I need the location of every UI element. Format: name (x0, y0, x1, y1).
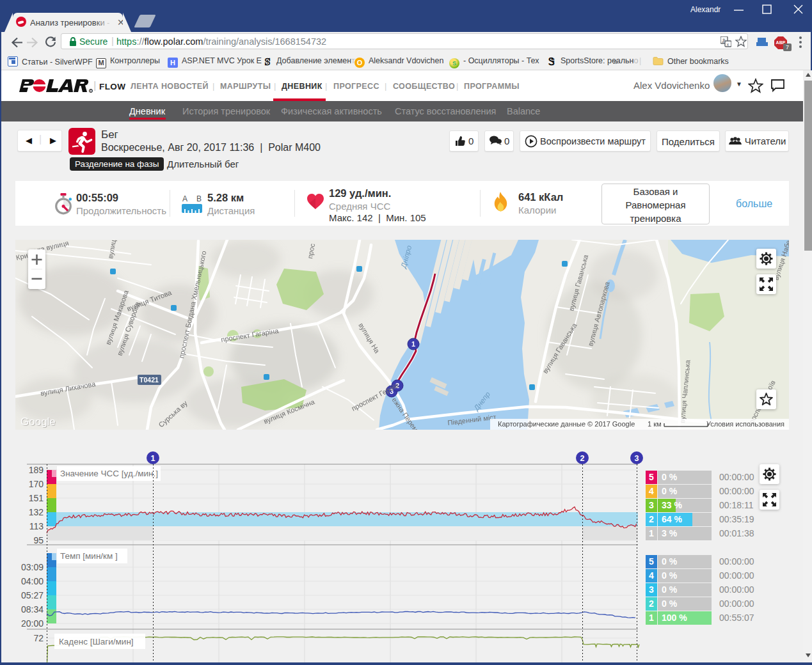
svg-text:0 %: 0 % (662, 486, 678, 496)
svg-text:1 км: 1 км (648, 420, 662, 428)
svg-text:00:00:00: 00:00:00 (719, 472, 754, 482)
svg-text:Картографические данные © 2017: Картографические данные © 2017 Google (498, 420, 635, 428)
svg-text:64 %: 64 % (662, 514, 682, 524)
svg-text:0 %: 0 % (662, 598, 678, 609)
svg-text:Значение ЧСС [уд./мин.]: Значение ЧСС [уд./мин.] (60, 469, 158, 478)
svg-text:0 %: 0 % (662, 556, 678, 567)
svg-text:4: 4 (649, 570, 654, 581)
svg-text:00:01:38: 00:01:38 (719, 528, 754, 538)
svg-text:Т0421: Т0421 (139, 376, 159, 384)
svg-text:1: 1 (649, 528, 654, 538)
svg-text:0 %: 0 % (662, 570, 678, 581)
svg-text:Темп [мин/км ]: Темп [мин/км ] (60, 551, 118, 561)
svg-text:72: 72 (33, 633, 44, 643)
svg-text:151: 151 (29, 493, 44, 503)
svg-text:113: 113 (29, 521, 44, 531)
svg-text:00:00:00: 00:00:00 (719, 556, 754, 567)
svg-text:00:00:00: 00:00:00 (719, 598, 754, 609)
svg-text:20:00: 20:00 (21, 618, 44, 629)
svg-text:03:09: 03:09 (21, 562, 44, 572)
svg-text:Условия использования: Условия использования (706, 420, 784, 428)
svg-text:189: 189 (29, 465, 44, 475)
svg-text:00:55:07: 00:55:07 (719, 613, 754, 623)
svg-text:3 %: 3 % (662, 528, 678, 538)
svg-text:100 %: 100 % (662, 613, 687, 623)
svg-text:00:00:00: 00:00:00 (719, 486, 754, 496)
svg-text:00:35:19: 00:35:19 (719, 514, 754, 524)
svg-text:33 %: 33 % (662, 500, 682, 510)
svg-text:132: 132 (29, 507, 44, 517)
svg-text:04:00: 04:00 (21, 576, 44, 586)
svg-text:3: 3 (649, 500, 654, 510)
svg-text:x: x (727, 42, 729, 47)
svg-text:0 %: 0 % (662, 472, 678, 482)
svg-text:0 %: 0 % (662, 584, 678, 595)
svg-text:95: 95 (33, 535, 44, 545)
svg-text:Google: Google (20, 416, 56, 428)
svg-text:1: 1 (649, 613, 654, 623)
svg-text:3: 3 (635, 454, 639, 463)
svg-text:4: 4 (649, 486, 654, 496)
svg-text:00:00:00: 00:00:00 (719, 584, 754, 595)
svg-text:00:00:00: 00:00:00 (719, 570, 754, 581)
svg-text:05:27: 05:27 (21, 590, 44, 600)
svg-text:1: 1 (411, 340, 415, 348)
svg-text:170: 170 (29, 479, 44, 489)
svg-text:08:34: 08:34 (21, 604, 44, 614)
svg-text:2: 2 (649, 514, 654, 524)
svg-text:2: 2 (649, 598, 654, 609)
svg-text:2: 2 (580, 454, 585, 463)
svg-text:3: 3 (649, 584, 654, 595)
svg-text:1: 1 (151, 454, 155, 463)
svg-text:Каденс [Шаги/мин]: Каденс [Шаги/мин] (59, 637, 134, 646)
svg-text:5: 5 (649, 556, 654, 567)
svg-text:5: 5 (649, 472, 654, 482)
svg-text:00:18:11: 00:18:11 (719, 500, 754, 510)
